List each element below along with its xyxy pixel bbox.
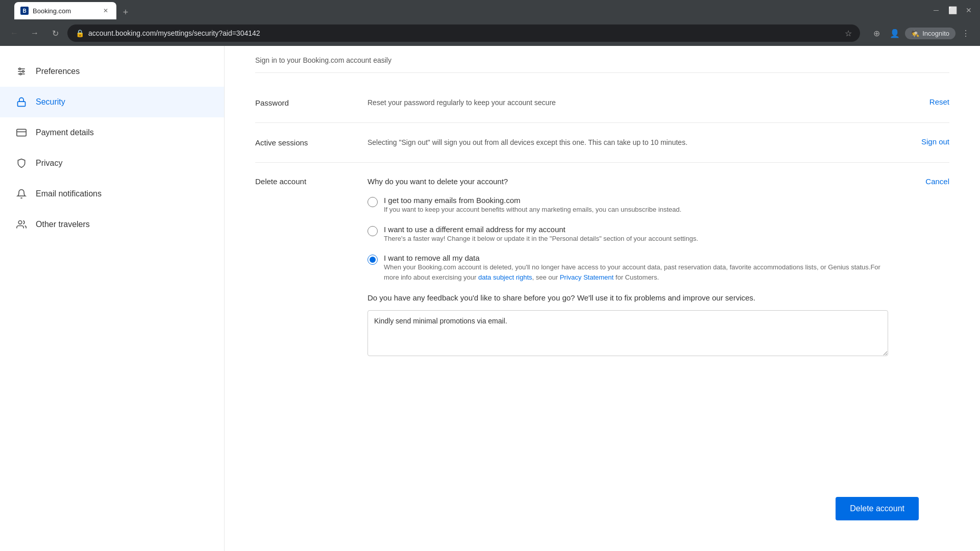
forward-button[interactable]: → [27, 25, 43, 41]
radio-options: I get too many emails from Booking.com I… [368, 196, 888, 282]
close-button[interactable]: ✕ [962, 3, 976, 17]
active-tab[interactable]: B Booking.com ✕ [14, 2, 116, 19]
option3-wrap: I want to remove all my data When your B… [384, 254, 888, 282]
profile-button[interactable]: 👤 [887, 25, 903, 41]
password-description: Reset your password regularly to keep yo… [368, 97, 878, 108]
incognito-icon: 🕵 [911, 30, 919, 37]
password-label: Password [255, 97, 357, 107]
option2-label[interactable]: I want to use a different email address … [384, 225, 566, 234]
option3-label[interactable]: I want to remove all my data [384, 254, 480, 262]
sign-out-button[interactable]: Sign out [921, 137, 949, 146]
sliders-icon [15, 65, 28, 78]
sidebar-item-travelers[interactable]: Other travelers [0, 209, 224, 240]
active-sessions-label: Active sessions [255, 137, 357, 147]
shield-icon [15, 157, 28, 169]
sidebar-item-privacy[interactable]: Privacy [0, 148, 224, 179]
svg-rect-6 [18, 102, 26, 106]
radio-remove-data[interactable] [368, 255, 378, 265]
top-partial-text: Sign in to your Booking.com account easi… [255, 56, 949, 73]
minimize-button[interactable]: ─ [929, 3, 943, 17]
sidebar-label-security: Security [36, 97, 65, 107]
feedback-label: Do you have any feedback you'd like to s… [368, 292, 888, 304]
lock-icon [15, 96, 28, 108]
radio-too-many-emails[interactable] [368, 197, 378, 207]
address-bar-row: ← → ↻ 🔒 account.booking.com/mysettings/s… [0, 20, 980, 46]
window-controls: ─ ⬜ ✕ [929, 3, 976, 17]
sidebar-label-email: Email notifications [36, 189, 102, 198]
sidebar-item-email[interactable]: Email notifications [0, 179, 224, 209]
radio-option-emails: I get too many emails from Booking.com I… [368, 196, 888, 215]
privacy-statement-link[interactable]: Privacy Statement [560, 273, 614, 281]
password-action: Reset [888, 97, 949, 106]
refresh-button[interactable]: ↻ [47, 25, 63, 41]
password-reset-button[interactable]: Reset [929, 97, 949, 106]
radio-option-email-change: I want to use a different email address … [368, 225, 888, 244]
people-icon [15, 218, 28, 231]
incognito-button[interactable]: 🕵 Incognito [905, 28, 955, 39]
password-section: Password Reset your password regularly t… [255, 83, 949, 123]
back-button[interactable]: ← [6, 25, 22, 41]
tab-bar: B Booking.com ✕ + [10, 1, 927, 19]
tab-close-button[interactable]: ✕ [101, 6, 110, 15]
data-subject-rights-link[interactable]: data subject rights [478, 273, 532, 281]
option2-desc: There's a faster way! Change it below or… [384, 234, 888, 244]
option1-label[interactable]: I get too many emails from Booking.com [384, 196, 521, 205]
sidebar-label-preferences: Preferences [36, 67, 80, 76]
password-content: Reset your password regularly to keep yo… [357, 97, 888, 108]
main-content: Sign in to your Booking.com account easi… [225, 46, 980, 551]
svg-point-9 [18, 221, 22, 224]
delete-header: Delete account Why do you want to delete… [255, 177, 949, 186]
page-container: Preferences Security Payment details [0, 46, 980, 551]
feedback-section: Do you have any feedback you'd like to s… [368, 292, 888, 358]
delete-account-label: Delete account [255, 177, 357, 186]
svg-point-5 [20, 73, 21, 74]
address-bar[interactable]: 🔒 account.booking.com/mysettings/securit… [67, 24, 860, 42]
delete-question: Why do you want to delete your account? [357, 177, 888, 186]
svg-point-3 [19, 68, 20, 69]
svg-point-4 [22, 70, 24, 72]
extensions-button[interactable]: ⊕ [868, 25, 885, 41]
option2-wrap: I want to use a different email address … [384, 225, 888, 244]
sidebar-item-preferences[interactable]: Preferences [0, 56, 224, 87]
card-icon [15, 127, 28, 139]
browser-chrome: B Booking.com ✕ + ─ ⬜ ✕ ← → ↻ 🔒 account.… [0, 0, 980, 46]
tab-title: Booking.com [33, 7, 97, 15]
radio-option-remove-data: I want to remove all my data When your B… [368, 254, 888, 282]
option1-wrap: I get too many emails from Booking.com I… [384, 196, 888, 215]
sidebar-label-travelers: Other travelers [36, 220, 90, 229]
option1-desc: If you want to keep your account benefit… [384, 205, 888, 215]
security-icon: 🔒 [76, 29, 84, 37]
active-sessions-action: Sign out [888, 137, 949, 146]
delete-account-button[interactable]: Delete account [836, 497, 919, 520]
menu-button[interactable]: ⋮ [958, 25, 974, 41]
sidebar-label-privacy: Privacy [36, 159, 62, 168]
radio-different-email[interactable] [368, 226, 378, 236]
cancel-button[interactable]: Cancel [888, 177, 949, 186]
svg-rect-7 [17, 129, 26, 136]
sidebar-item-security[interactable]: Security [0, 87, 224, 117]
active-sessions-content: Selecting "Sign out" will sign you out f… [357, 137, 888, 148]
tab-favicon: B [20, 7, 29, 15]
active-sessions-section: Active sessions Selecting "Sign out" wil… [255, 123, 949, 163]
new-tab-button[interactable]: + [118, 5, 133, 19]
sidebar: Preferences Security Payment details [0, 46, 225, 551]
maximize-button[interactable]: ⬜ [945, 3, 960, 17]
bookmark-icon[interactable]: ☆ [845, 29, 852, 38]
browser-icons: ⊕ 👤 🕵 Incognito ⋮ [868, 25, 974, 41]
sidebar-item-payment[interactable]: Payment details [0, 117, 224, 148]
incognito-label: Incognito [922, 30, 949, 37]
sidebar-label-payment: Payment details [36, 128, 94, 137]
feedback-textarea[interactable]: Kindly send minimal promotions via email… [368, 310, 888, 356]
active-sessions-description: Selecting "Sign out" will sign you out f… [368, 137, 878, 148]
delete-account-section: Delete account Why do you want to delete… [255, 163, 949, 372]
browser-titlebar: B Booking.com ✕ + ─ ⬜ ✕ [0, 0, 980, 20]
url-text: account.booking.com/mysettings/security?… [88, 29, 841, 37]
bell-icon [15, 188, 28, 200]
option3-desc: When your Booking.com account is deleted… [384, 262, 888, 282]
